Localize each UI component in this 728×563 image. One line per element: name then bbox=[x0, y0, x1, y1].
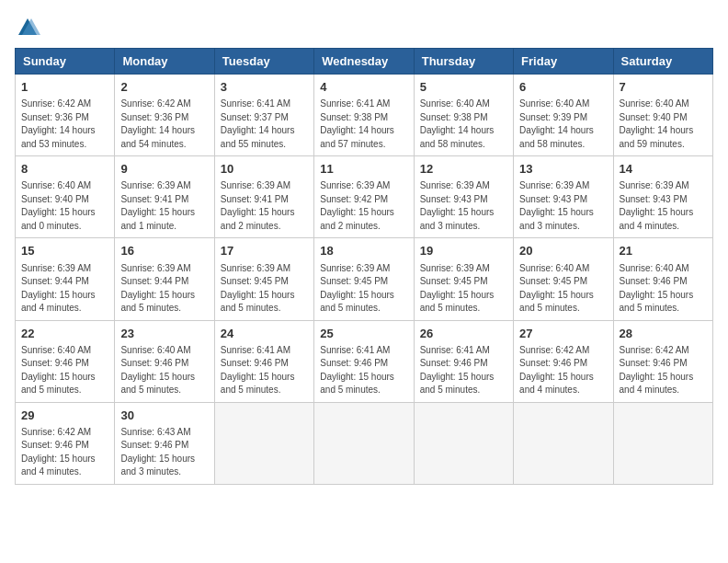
column-header-monday: Monday bbox=[115, 49, 214, 75]
day-info: Sunrise: 6:42 AMSunset: 9:36 PMDaylight:… bbox=[21, 98, 108, 151]
day-info: Sunrise: 6:39 AMSunset: 9:44 PMDaylight:… bbox=[120, 262, 208, 316]
logo bbox=[15, 15, 44, 40]
calendar-cell: 14Sunrise: 6:39 AMSunset: 9:43 PMDayligh… bbox=[613, 156, 712, 238]
calendar-cell: 18Sunrise: 6:39 AMSunset: 9:45 PMDayligh… bbox=[314, 238, 414, 320]
day-info: Sunrise: 6:39 AMSunset: 9:43 PMDaylight:… bbox=[519, 179, 607, 233]
day-info: Sunrise: 6:39 AMSunset: 9:43 PMDaylight:… bbox=[620, 179, 707, 233]
day-number: 13 bbox=[519, 161, 607, 178]
day-info: Sunrise: 6:41 AMSunset: 9:38 PMDaylight:… bbox=[320, 98, 407, 151]
day-info: Sunrise: 6:43 AMSunset: 9:46 PMDaylight:… bbox=[120, 426, 208, 479]
calendar-cell bbox=[314, 402, 414, 484]
day-number: 28 bbox=[620, 326, 707, 342]
calendar-cell: 5Sunrise: 6:40 AMSunset: 9:38 PMDaylight… bbox=[414, 75, 513, 156]
day-info: Sunrise: 6:40 AMSunset: 9:45 PMDaylight:… bbox=[519, 262, 607, 316]
calendar-cell: 30Sunrise: 6:43 AMSunset: 9:46 PMDayligh… bbox=[115, 402, 214, 484]
calendar-cell bbox=[613, 402, 712, 484]
day-info: Sunrise: 6:40 AMSunset: 9:39 PMDaylight:… bbox=[519, 98, 607, 151]
day-info: Sunrise: 6:40 AMSunset: 9:46 PMDaylight:… bbox=[21, 344, 108, 397]
calendar-cell: 4Sunrise: 6:41 AMSunset: 9:38 PMDaylight… bbox=[314, 75, 414, 156]
day-info: Sunrise: 6:40 AMSunset: 9:40 PMDaylight:… bbox=[620, 98, 707, 151]
column-header-saturday: Saturday bbox=[613, 49, 712, 75]
day-info: Sunrise: 6:42 AMSunset: 9:46 PMDaylight:… bbox=[519, 344, 607, 397]
day-number: 21 bbox=[620, 243, 707, 259]
calendar-cell: 10Sunrise: 6:39 AMSunset: 9:41 PMDayligh… bbox=[214, 156, 313, 238]
column-header-wednesday: Wednesday bbox=[314, 49, 414, 75]
day-number: 12 bbox=[420, 161, 507, 178]
day-info: Sunrise: 6:40 AMSunset: 9:46 PMDaylight:… bbox=[120, 344, 208, 397]
day-number: 16 bbox=[120, 243, 208, 259]
calendar-cell: 17Sunrise: 6:39 AMSunset: 9:45 PMDayligh… bbox=[214, 238, 313, 320]
calendar-cell: 23Sunrise: 6:40 AMSunset: 9:46 PMDayligh… bbox=[115, 320, 214, 402]
calendar-cell: 16Sunrise: 6:39 AMSunset: 9:44 PMDayligh… bbox=[115, 238, 214, 320]
calendar-header-row: SundayMondayTuesdayWednesdayThursdayFrid… bbox=[16, 49, 713, 75]
calendar-week-1: 1Sunrise: 6:42 AMSunset: 9:36 PMDaylight… bbox=[16, 75, 713, 156]
calendar-cell: 19Sunrise: 6:39 AMSunset: 9:45 PMDayligh… bbox=[414, 238, 513, 320]
page-header bbox=[15, 15, 713, 40]
day-info: Sunrise: 6:40 AMSunset: 9:46 PMDaylight:… bbox=[620, 262, 707, 316]
calendar-table: SundayMondayTuesdayWednesdayThursdayFrid… bbox=[15, 48, 713, 485]
day-info: Sunrise: 6:42 AMSunset: 9:46 PMDaylight:… bbox=[620, 344, 707, 397]
calendar-cell: 2Sunrise: 6:42 AMSunset: 9:36 PMDaylight… bbox=[115, 75, 214, 156]
day-number: 2 bbox=[120, 79, 208, 96]
calendar-cell: 3Sunrise: 6:41 AMSunset: 9:37 PMDaylight… bbox=[214, 75, 313, 156]
calendar-week-4: 22Sunrise: 6:40 AMSunset: 9:46 PMDayligh… bbox=[16, 320, 713, 402]
day-number: 20 bbox=[519, 243, 607, 259]
calendar-week-2: 8Sunrise: 6:40 AMSunset: 9:40 PMDaylight… bbox=[16, 156, 713, 238]
day-number: 1 bbox=[21, 79, 108, 96]
logo-icon bbox=[15, 15, 40, 40]
calendar-cell: 21Sunrise: 6:40 AMSunset: 9:46 PMDayligh… bbox=[613, 238, 712, 320]
day-number: 10 bbox=[221, 161, 308, 178]
calendar-cell: 15Sunrise: 6:39 AMSunset: 9:44 PMDayligh… bbox=[16, 238, 115, 320]
day-number: 7 bbox=[620, 79, 707, 96]
calendar-cell: 13Sunrise: 6:39 AMSunset: 9:43 PMDayligh… bbox=[514, 156, 613, 238]
calendar-cell: 20Sunrise: 6:40 AMSunset: 9:45 PMDayligh… bbox=[514, 238, 613, 320]
day-number: 23 bbox=[120, 326, 208, 342]
column-header-tuesday: Tuesday bbox=[214, 49, 313, 75]
day-info: Sunrise: 6:39 AMSunset: 9:44 PMDaylight:… bbox=[21, 262, 108, 316]
day-info: Sunrise: 6:42 AMSunset: 9:46 PMDaylight:… bbox=[21, 426, 108, 479]
day-number: 22 bbox=[21, 326, 108, 342]
day-info: Sunrise: 6:39 AMSunset: 9:41 PMDaylight:… bbox=[221, 179, 308, 233]
calendar-cell: 26Sunrise: 6:41 AMSunset: 9:46 PMDayligh… bbox=[414, 320, 513, 402]
calendar-cell: 6Sunrise: 6:40 AMSunset: 9:39 PMDaylight… bbox=[514, 75, 613, 156]
calendar-cell: 11Sunrise: 6:39 AMSunset: 9:42 PMDayligh… bbox=[314, 156, 414, 238]
calendar-cell bbox=[514, 402, 613, 484]
day-info: Sunrise: 6:41 AMSunset: 9:46 PMDaylight:… bbox=[221, 344, 308, 397]
calendar-cell: 8Sunrise: 6:40 AMSunset: 9:40 PMDaylight… bbox=[16, 156, 115, 238]
column-header-thursday: Thursday bbox=[414, 49, 513, 75]
day-number: 3 bbox=[221, 79, 308, 96]
calendar-week-5: 29Sunrise: 6:42 AMSunset: 9:46 PMDayligh… bbox=[16, 402, 713, 484]
day-info: Sunrise: 6:41 AMSunset: 9:46 PMDaylight:… bbox=[420, 344, 507, 397]
calendar-cell bbox=[214, 402, 313, 484]
calendar-cell bbox=[414, 402, 513, 484]
day-number: 18 bbox=[320, 243, 407, 259]
day-number: 9 bbox=[120, 161, 208, 178]
day-number: 5 bbox=[420, 79, 507, 96]
column-header-sunday: Sunday bbox=[16, 49, 115, 75]
column-header-friday: Friday bbox=[514, 49, 613, 75]
day-info: Sunrise: 6:39 AMSunset: 9:45 PMDaylight:… bbox=[420, 262, 507, 316]
day-number: 30 bbox=[120, 408, 208, 424]
calendar-cell: 1Sunrise: 6:42 AMSunset: 9:36 PMDaylight… bbox=[16, 75, 115, 156]
day-info: Sunrise: 6:42 AMSunset: 9:36 PMDaylight:… bbox=[120, 98, 208, 151]
calendar-cell: 28Sunrise: 6:42 AMSunset: 9:46 PMDayligh… bbox=[613, 320, 712, 402]
day-info: Sunrise: 6:41 AMSunset: 9:46 PMDaylight:… bbox=[320, 344, 407, 397]
day-info: Sunrise: 6:39 AMSunset: 9:45 PMDaylight:… bbox=[221, 262, 308, 316]
calendar-cell: 12Sunrise: 6:39 AMSunset: 9:43 PMDayligh… bbox=[414, 156, 513, 238]
day-number: 4 bbox=[320, 79, 407, 96]
calendar-cell: 7Sunrise: 6:40 AMSunset: 9:40 PMDaylight… bbox=[613, 75, 712, 156]
day-info: Sunrise: 6:39 AMSunset: 9:42 PMDaylight:… bbox=[320, 179, 407, 233]
day-info: Sunrise: 6:39 AMSunset: 9:43 PMDaylight:… bbox=[420, 179, 507, 233]
day-number: 15 bbox=[21, 243, 108, 259]
day-info: Sunrise: 6:40 AMSunset: 9:38 PMDaylight:… bbox=[420, 98, 507, 151]
calendar-cell: 25Sunrise: 6:41 AMSunset: 9:46 PMDayligh… bbox=[314, 320, 414, 402]
day-number: 8 bbox=[21, 161, 108, 178]
day-number: 25 bbox=[320, 326, 407, 342]
day-number: 11 bbox=[320, 161, 407, 178]
day-info: Sunrise: 6:41 AMSunset: 9:37 PMDaylight:… bbox=[221, 98, 308, 151]
calendar-cell: 27Sunrise: 6:42 AMSunset: 9:46 PMDayligh… bbox=[514, 320, 613, 402]
day-number: 6 bbox=[519, 79, 607, 96]
day-number: 29 bbox=[21, 408, 108, 424]
day-number: 17 bbox=[221, 243, 308, 259]
calendar-cell: 9Sunrise: 6:39 AMSunset: 9:41 PMDaylight… bbox=[115, 156, 214, 238]
